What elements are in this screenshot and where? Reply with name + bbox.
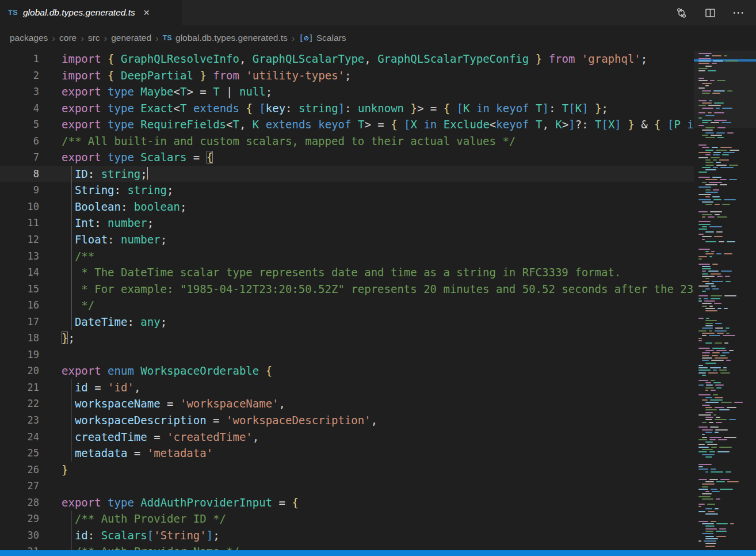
line-number: 22 (0, 395, 39, 412)
code-text: /** (39, 248, 94, 265)
code-line[interactable]: 9 String: string; (0, 182, 694, 199)
code-line[interactable]: 21 id = 'id', (0, 379, 694, 396)
code-line[interactable]: 29 /** Auth Provider ID */ (0, 511, 694, 527)
minimap-line (698, 533, 754, 534)
minimap-line (698, 281, 754, 282)
minimap-line (698, 525, 754, 527)
code-line[interactable]: 15 * For example: "1985-04-12T23:20:50.5… (0, 281, 694, 298)
code-line[interactable]: 2import { DeepPartial } from 'utility-ty… (0, 67, 694, 84)
minimap-line (698, 454, 754, 455)
code-line[interactable]: 22 workspaceName = 'workspaceName', (0, 395, 694, 412)
code-line[interactable]: 6/** All built-in and custom scalars, ma… (0, 133, 694, 150)
code-line[interactable]: 11 Int: number; (0, 215, 694, 231)
minimap-line (698, 66, 754, 67)
minimap-line (698, 399, 754, 401)
minimap-line (698, 521, 754, 522)
editor[interactable]: 1import { GraphQLResolveInfo, GraphQLSca… (0, 51, 694, 556)
minimap-line (698, 387, 754, 389)
code-text: /** All built-in and custom scalars, map… (39, 133, 516, 150)
code-line[interactable]: 20export enum WorkspaceOrderable { (0, 363, 694, 379)
minimap-line (698, 306, 754, 307)
code-line[interactable]: 27 (0, 478, 694, 494)
minimap-line (698, 162, 754, 163)
minimap-slider[interactable] (694, 51, 756, 128)
code-line[interactable]: 5export type RequireFields<T, K extends … (0, 116, 694, 133)
code-line[interactable]: 16 */ (0, 297, 694, 314)
code-line[interactable]: 1import { GraphQLResolveInfo, GraphQLSca… (0, 51, 694, 67)
breadcrumb-item-file[interactable]: TSglobal.db.types.generated.ts (163, 33, 288, 43)
code-line[interactable]: 19 (0, 346, 694, 363)
minimap-line (698, 397, 754, 398)
breadcrumb-item-core[interactable]: core (59, 33, 77, 43)
code-line[interactable]: 7export type Scalars = { (0, 149, 694, 166)
breadcrumb-item-src[interactable]: src (88, 33, 100, 43)
minimap-line (698, 384, 754, 386)
code-line[interactable]: 18}; (0, 330, 694, 346)
tab-title: global.db.types.generated.ts (23, 7, 135, 18)
minimap-line (698, 268, 754, 269)
minimap-line (698, 493, 754, 494)
minimap-line (698, 159, 754, 161)
minimap-line (698, 338, 754, 339)
minimap-line (698, 177, 754, 178)
close-icon[interactable]: ✕ (143, 9, 150, 17)
open-changes-icon[interactable] (675, 7, 687, 18)
minimap-line (698, 192, 754, 193)
minimap-line (698, 216, 754, 218)
code-line[interactable]: 28export type AddAuthProviderInput = { (0, 494, 694, 511)
ts-file-icon: TS (8, 9, 18, 17)
minimap-line (698, 352, 754, 353)
minimap-line (698, 273, 754, 275)
breadcrumb-item-symbol-scalars[interactable]: [⊘]Scalars (299, 33, 346, 43)
code-line[interactable]: 12 Float: number; (0, 231, 694, 248)
minimap-line (698, 184, 754, 185)
minimap[interactable] (694, 51, 756, 556)
minimap-line (698, 186, 754, 188)
line-number: 3 (0, 83, 39, 100)
minimap-line (698, 382, 754, 383)
editor-tab[interactable]: TS global.db.types.generated.ts ✕ (0, 0, 182, 25)
minimap-line (698, 147, 754, 148)
minimap-line (698, 466, 754, 467)
code-line[interactable]: 10 Boolean: boolean; (0, 199, 694, 215)
code-line[interactable]: 8 ID: string; (0, 166, 694, 182)
code-line[interactable]: 26} (0, 462, 694, 478)
minimap-line (698, 231, 754, 233)
code-line[interactable]: 17 DateTime: any; (0, 314, 694, 330)
code-line[interactable]: 4export type Exact<T extends { [key: str… (0, 100, 694, 117)
code-line[interactable]: 24 createdTime = 'createdTime', (0, 429, 694, 445)
line-number: 29 (0, 511, 39, 527)
minimap-line (698, 409, 754, 410)
breadcrumb-item-generated[interactable]: generated (111, 33, 151, 43)
code-text: export type RequireFields<T, K extends k… (39, 116, 694, 133)
minimap-line (698, 241, 754, 242)
line-number: 24 (0, 429, 39, 445)
ts-file-icon: TS (163, 34, 172, 42)
minimap-line (698, 357, 754, 359)
minimap-line (698, 194, 754, 195)
more-actions-icon[interactable]: ⋯ (733, 7, 744, 18)
minimap-line (698, 102, 754, 104)
breadcrumb-item-packages[interactable]: packages (10, 33, 48, 43)
minimap-line (698, 108, 754, 109)
minimap-line (698, 447, 754, 448)
minimap-line (698, 285, 754, 287)
code-line[interactable]: 3export type Maybe<T> = T | null; (0, 83, 694, 100)
line-number: 11 (0, 215, 39, 231)
code-line[interactable]: 30 id: Scalars['String']; (0, 527, 694, 544)
code-line[interactable]: 14 * The DateTime scalar type represents… (0, 264, 694, 281)
minimap-line (698, 506, 754, 507)
split-editor-icon[interactable] (704, 7, 716, 18)
chevron-right-icon: › (104, 33, 108, 43)
minimap-line (698, 115, 754, 116)
line-number: 17 (0, 314, 39, 330)
minimap-line (698, 414, 754, 416)
code-line[interactable]: 25 metadata = 'metadata' (0, 445, 694, 462)
code-line[interactable]: 13 /** (0, 248, 694, 265)
minimap-line (698, 204, 754, 205)
line-number: 8 (0, 166, 39, 182)
minimap-line (698, 434, 754, 435)
code-line[interactable]: 23 workspaceDescription = 'workspaceDesc… (0, 412, 694, 429)
minimap-line (698, 236, 754, 237)
minimap-line (698, 120, 754, 121)
